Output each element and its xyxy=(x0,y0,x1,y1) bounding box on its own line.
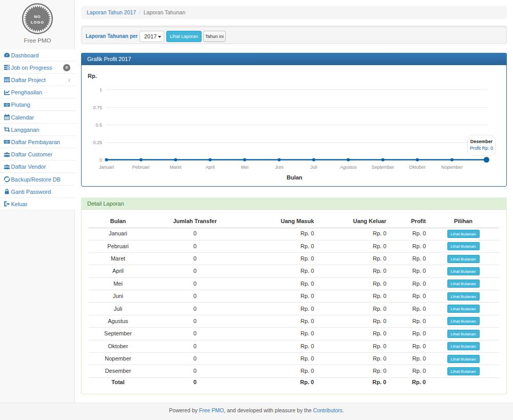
svg-text:Nopember: Nopember xyxy=(441,165,463,170)
svg-text:1: 1 xyxy=(100,87,102,92)
svg-text:Maret: Maret xyxy=(170,165,182,170)
svg-text:Oktober: Oktober xyxy=(409,165,426,170)
svg-text:Mei: Mei xyxy=(241,165,249,170)
svg-text:0: 0 xyxy=(100,157,102,163)
svg-text:Rp.: Rp. xyxy=(88,73,97,79)
svg-text:Pebruari: Pebruari xyxy=(132,165,150,170)
svg-text:Juni: Juni xyxy=(275,165,284,170)
svg-text:April: April xyxy=(205,165,214,170)
svg-text:0.75: 0.75 xyxy=(93,105,102,110)
svg-text:Juli: Juli xyxy=(310,165,318,170)
svg-text:September: September xyxy=(371,165,394,170)
svg-text:NO: NO xyxy=(34,14,41,19)
svg-text:LOGO: LOGO xyxy=(31,20,44,25)
svg-text:0.25: 0.25 xyxy=(93,140,102,145)
svg-text:Agustus: Agustus xyxy=(340,165,357,170)
svg-text:Januari: Januari xyxy=(99,165,114,170)
svg-text:0.5: 0.5 xyxy=(95,123,102,128)
svg-text:Bulan: Bulan xyxy=(287,174,303,181)
